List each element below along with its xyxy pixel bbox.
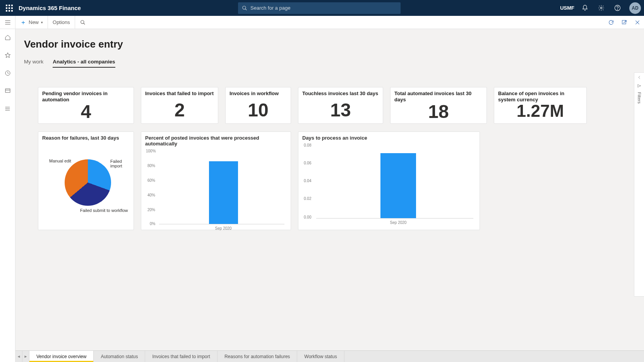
nav-favorites[interactable] bbox=[0, 50, 15, 61]
report-tab-workflow-status[interactable]: Workflow status bbox=[297, 351, 344, 362]
bar bbox=[380, 153, 416, 218]
kpi-value: 2 bbox=[145, 101, 214, 120]
bell-icon bbox=[582, 5, 588, 11]
dashboard: Pending vendor invoices in automation 4 … bbox=[15, 68, 644, 230]
y-tick: 40% bbox=[147, 193, 155, 197]
new-label: New bbox=[29, 19, 39, 25]
kpi-row: Pending vendor invoices in automation 4 … bbox=[38, 87, 622, 124]
x-axis bbox=[316, 218, 473, 219]
popout-button[interactable] bbox=[618, 16, 631, 29]
y-tick: 0.02 bbox=[304, 196, 311, 201]
bar-chart: 0.08 0.06 0.04 0.02 0.00 Sep 2020 bbox=[302, 143, 476, 226]
pie-graphic bbox=[65, 159, 111, 206]
hamburger-icon bbox=[5, 20, 11, 25]
new-button[interactable]: ＋ New ▾ bbox=[15, 16, 48, 29]
chart-row: Reason for failures, last 30 days Manual… bbox=[38, 131, 622, 230]
nav-recent[interactable] bbox=[0, 68, 15, 79]
svg-rect-10 bbox=[622, 20, 626, 24]
report-tabs-next[interactable]: ► bbox=[22, 351, 29, 362]
pie-chart: Manual edit Failed import Failed submit … bbox=[42, 143, 130, 220]
y-tick: 20% bbox=[147, 208, 155, 212]
page-tabs: My work Analytics - all companies bbox=[24, 56, 635, 68]
kpi-label: Invoices that failed to import bbox=[145, 90, 214, 97]
search-placeholder: Search for a page bbox=[250, 5, 290, 11]
tab-my-work[interactable]: My work bbox=[24, 56, 43, 68]
refresh-icon bbox=[608, 19, 614, 26]
svg-line-1 bbox=[245, 9, 247, 10]
app-title: Dynamics 365 Finance bbox=[19, 5, 81, 11]
close-icon bbox=[634, 19, 641, 26]
pie-slice-label: Failed submit to workflow bbox=[80, 208, 128, 213]
svg-rect-15 bbox=[5, 89, 10, 92]
global-header: Dynamics 365 Finance Search for a page U… bbox=[0, 0, 644, 16]
workspace-icon bbox=[5, 88, 11, 94]
chart-title: Days to process an invoice bbox=[302, 135, 476, 141]
y-tick: 0.08 bbox=[304, 143, 311, 147]
chart-failure-reasons[interactable]: Reason for failures, last 30 days Manual… bbox=[38, 131, 134, 230]
page-header: Vendor invoice entry My work Analytics -… bbox=[15, 29, 644, 68]
svg-point-0 bbox=[243, 6, 246, 9]
kpi-value: 10 bbox=[230, 101, 287, 120]
x-axis bbox=[159, 224, 284, 224]
svg-point-8 bbox=[81, 20, 84, 23]
pie-slice-label: Manual edit bbox=[49, 159, 71, 163]
action-search-button[interactable] bbox=[75, 20, 91, 25]
y-tick: 60% bbox=[147, 178, 155, 183]
nav-toggle-button[interactable] bbox=[0, 16, 15, 29]
filter-icon bbox=[637, 84, 642, 88]
modules-icon bbox=[5, 106, 11, 112]
options-button[interactable]: Options bbox=[48, 16, 75, 29]
chart-title: Reason for failures, last 30 days bbox=[42, 135, 130, 141]
y-tick: 0.04 bbox=[304, 179, 311, 183]
kpi-label: Touchless invoices last 30 days bbox=[302, 90, 379, 97]
y-tick: 80% bbox=[147, 164, 155, 168]
command-bar: ＋ New ▾ Options bbox=[0, 16, 644, 29]
kpi-pending-invoices[interactable]: Pending vendor invoices in automation 4 bbox=[38, 87, 134, 124]
tab-analytics-all-companies[interactable]: Analytics - all companies bbox=[53, 56, 115, 68]
kpi-touchless[interactable]: Touchless invoices last 30 days 13 bbox=[298, 87, 383, 124]
filters-panel-toggle[interactable]: Filters bbox=[634, 72, 644, 297]
clock-icon bbox=[5, 70, 11, 76]
chart-percent-automated[interactable]: Percent of posted invoices that were pro… bbox=[141, 131, 291, 230]
notifications-button[interactable] bbox=[577, 0, 593, 16]
svg-point-21 bbox=[5, 109, 6, 109]
x-tick: Sep 2020 bbox=[215, 226, 232, 231]
user-avatar[interactable]: AD bbox=[629, 2, 641, 14]
nav-home[interactable] bbox=[0, 32, 15, 43]
close-button[interactable] bbox=[631, 16, 644, 29]
app-launcher-button[interactable] bbox=[0, 0, 19, 16]
kpi-value: 18 bbox=[394, 102, 483, 121]
settings-button[interactable] bbox=[594, 0, 609, 16]
left-nav-rail bbox=[0, 29, 15, 362]
kpi-label: Invoices in workflow bbox=[230, 90, 287, 97]
report-tabs-prev[interactable]: ◄ bbox=[15, 351, 22, 362]
help-button[interactable] bbox=[610, 0, 625, 16]
home-icon bbox=[5, 34, 11, 41]
kpi-total-automated[interactable]: Total automated invoices last 30 days 18 bbox=[390, 87, 487, 124]
kpi-failed-import[interactable]: Invoices that failed to import 2 bbox=[141, 87, 218, 124]
bar-chart: 100% 80% 60% 40% 20% 0% Sep 2020 bbox=[145, 149, 287, 232]
pie-slice-label: Failed import bbox=[110, 159, 130, 168]
chart-days-to-process[interactable]: Days to process an invoice 0.08 0.06 0.0… bbox=[298, 131, 480, 230]
company-picker[interactable]: USMF bbox=[558, 5, 577, 11]
nav-workspaces[interactable] bbox=[0, 85, 15, 96]
main-area: Vendor invoice entry My work Analytics -… bbox=[15, 29, 644, 362]
kpi-in-workflow[interactable]: Invoices in workflow 10 bbox=[225, 87, 291, 124]
report-tab-automation-status[interactable]: Automation status bbox=[94, 351, 145, 362]
nav-modules[interactable] bbox=[0, 103, 15, 114]
refresh-button[interactable] bbox=[605, 16, 618, 29]
report-tab-vendor-overview[interactable]: Vendor invoice overview bbox=[29, 351, 94, 362]
x-tick: Sep 2020 bbox=[390, 220, 407, 225]
popout-icon bbox=[621, 19, 627, 26]
filters-label: Filters bbox=[637, 92, 642, 104]
kpi-open-balance[interactable]: Balance of open invoices in system curre… bbox=[494, 87, 587, 124]
options-label: Options bbox=[53, 19, 70, 25]
report-tab-failed-import[interactable]: Invoices that failed to import bbox=[145, 351, 217, 362]
shell: Vendor invoice entry My work Analytics -… bbox=[0, 29, 644, 362]
kpi-value: 1.27M bbox=[498, 102, 582, 120]
svg-point-20 bbox=[5, 107, 6, 108]
report-tab-failure-reasons[interactable]: Reasons for automation failures bbox=[218, 351, 297, 362]
svg-point-2 bbox=[601, 7, 602, 9]
svg-marker-13 bbox=[5, 53, 10, 58]
global-search-input[interactable]: Search for a page bbox=[238, 2, 401, 14]
